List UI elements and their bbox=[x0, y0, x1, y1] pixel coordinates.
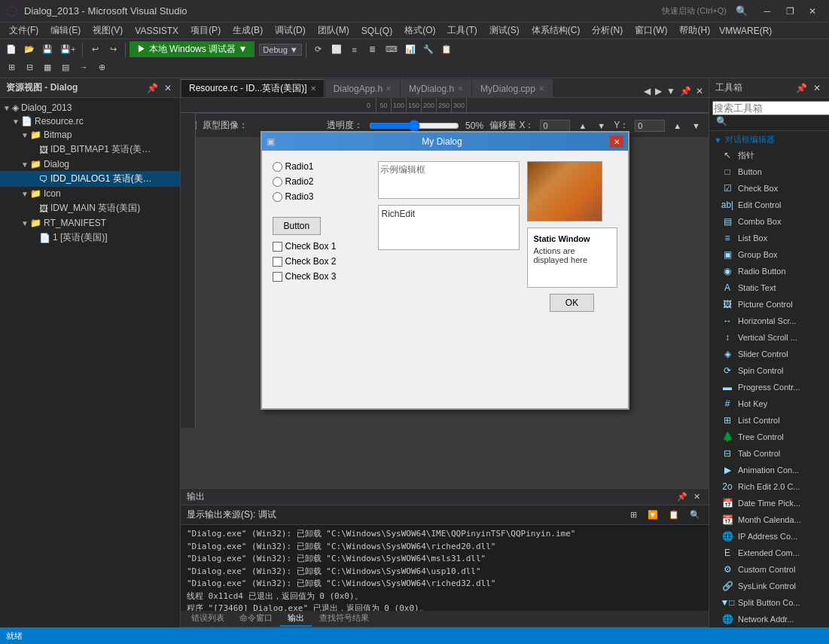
toolbox-item-month[interactable]: 📆 Month Calenda... bbox=[709, 511, 829, 528]
tab-close-2[interactable]: ✕ bbox=[457, 84, 463, 93]
toolbox-item-combo[interactable]: ▤ Combo Box bbox=[709, 213, 829, 230]
tree-item-manifest-folder[interactable]: ▼ 📁 RT_MANIFEST bbox=[0, 216, 180, 230]
toolbox-item-custom[interactable]: ⚙ Custom Control bbox=[709, 561, 829, 578]
run-button[interactable]: ▶ 本地 Windows 调试器 ▼ bbox=[130, 41, 254, 57]
tb-btn-2[interactable]: ⬜ bbox=[328, 41, 345, 58]
toolbox-item-syslink[interactable]: 🔗 SysLink Control bbox=[709, 578, 829, 594]
tree-item-dialog1[interactable]: 🗨 IDD_DIALOG1 英语(美… bbox=[0, 171, 180, 187]
toolbox-search-input[interactable] bbox=[712, 101, 829, 115]
menu-format[interactable]: 格式(O) bbox=[398, 23, 441, 38]
output-toolbar-btn-3[interactable]: 📋 bbox=[666, 509, 681, 520]
tb-btn-8[interactable]: 📋 bbox=[438, 41, 455, 58]
menu-analyze[interactable]: 分析(N) bbox=[586, 23, 629, 38]
toolbox-search-btn[interactable]: 🔍 bbox=[714, 115, 730, 127]
tree-item-resource-rc[interactable]: ▼ 📄 Resource.rc bbox=[0, 114, 180, 128]
dialog-button[interactable]: Button bbox=[273, 217, 322, 235]
tab-mydialog-cpp[interactable]: MyDialog.cpp ✕ bbox=[472, 79, 553, 97]
toolbox-item-button[interactable]: □ Button bbox=[709, 163, 829, 180]
ok-button[interactable]: OK bbox=[550, 294, 594, 312]
open-button[interactable]: 📂 bbox=[21, 41, 38, 58]
menu-debug[interactable]: 调试(D) bbox=[269, 23, 312, 38]
tab-dialogapp-h[interactable]: DialogApp.h ✕ bbox=[325, 79, 400, 97]
tree-item-bitmap1[interactable]: 🖼 IDB_BITMAP1 英语(美… bbox=[0, 142, 180, 157]
tree-item-icon-folder[interactable]: ▼ 📁 Icon bbox=[0, 187, 180, 200]
tb-btn-6[interactable]: 📊 bbox=[402, 41, 419, 58]
tb2-btn-6[interactable]: ⊕ bbox=[93, 59, 110, 75]
menu-view[interactable]: 视图(V) bbox=[87, 23, 129, 38]
menu-vassistx[interactable]: VASSISTX bbox=[129, 24, 184, 38]
toolbox-item-pointer[interactable]: ↖ 指针 bbox=[709, 147, 829, 163]
output-toolbar-btn-2[interactable]: 🔽 bbox=[645, 509, 660, 520]
toolbox-item-radio[interactable]: ◉ Radio Button bbox=[709, 263, 829, 279]
toolbox-item-hotkey[interactable]: # Hot Key bbox=[709, 395, 829, 412]
menu-team[interactable]: 团队(M) bbox=[312, 23, 355, 38]
checkbox-3[interactable]: Check Box 3 bbox=[273, 271, 370, 282]
restore-button[interactable]: ❐ bbox=[779, 1, 800, 22]
tab-mydialog-h[interactable]: MyDialog.h ✕ bbox=[401, 79, 471, 97]
save-all-button[interactable]: 💾+ bbox=[57, 41, 78, 58]
tree-item-dialog-folder[interactable]: ▼ 📁 Dialog bbox=[0, 157, 180, 171]
toolbox-item-tab[interactable]: ⊟ Tab Control bbox=[709, 445, 829, 462]
config-dropdown[interactable]: Debug ▼ bbox=[259, 44, 301, 56]
checkbox-1[interactable]: Check Box 1 bbox=[273, 241, 370, 252]
tab-resource-rc[interactable]: Resource.rc - ID...英语(美国)] ✕ bbox=[181, 79, 325, 97]
toolbox-item-edit[interactable]: ab| Edit Control bbox=[709, 197, 829, 213]
tree-item-manifest[interactable]: 📄 1 [英语(美国)] bbox=[0, 230, 180, 246]
output-close-button[interactable]: ✕ bbox=[691, 491, 703, 502]
tb2-btn-1[interactable]: ⊞ bbox=[3, 59, 20, 75]
tb-btn-7[interactable]: 🔧 bbox=[420, 41, 437, 58]
toolbox-item-extended[interactable]: E Extended Com... bbox=[709, 545, 829, 561]
tree-item-project[interactable]: ▼ ◈ Dialog_2013 bbox=[0, 101, 180, 114]
toolbox-item-static[interactable]: A Static Text bbox=[709, 279, 829, 296]
menu-arch[interactable]: 体系结构(C) bbox=[526, 23, 587, 38]
toolbox-item-checkbox[interactable]: ☑ Check Box bbox=[709, 180, 829, 197]
menu-test[interactable]: 测试(S) bbox=[483, 23, 526, 38]
toolbox-item-listbox[interactable]: ≡ List Box bbox=[709, 230, 829, 246]
toolbox-item-progress[interactable]: ▬ Progress Contr... bbox=[709, 379, 829, 395]
toolbox-item-tree[interactable]: 🌲 Tree Control bbox=[709, 429, 829, 445]
tb-btn-5[interactable]: ⌨ bbox=[382, 41, 401, 58]
tab-scroll-left[interactable]: ◀ bbox=[642, 85, 653, 97]
tb2-btn-5[interactable]: → bbox=[75, 59, 92, 75]
menu-file[interactable]: 文件(F) bbox=[3, 23, 44, 38]
radio-3[interactable]: Radio3 bbox=[273, 191, 370, 202]
bottom-tab-output[interactable]: 输出 bbox=[280, 611, 312, 627]
tab-close-3[interactable]: ✕ bbox=[538, 84, 544, 93]
toolbox-item-vscroll[interactable]: ↕ Vertical Scroll ... bbox=[709, 329, 829, 346]
toolbox-section-dialog[interactable]: ▼ 对话框编辑器 bbox=[709, 130, 829, 147]
toolbox-pin-button[interactable]: 📌 bbox=[794, 82, 809, 94]
tab-pin[interactable]: 📌 bbox=[678, 85, 693, 97]
toolbox-item-listctrl[interactable]: ⊞ List Control bbox=[709, 412, 829, 429]
menu-sql[interactable]: SQL(Q) bbox=[355, 24, 398, 38]
bottom-tab-cmd[interactable]: 命令窗口 bbox=[232, 611, 280, 627]
tree-item-bitmap[interactable]: ▼ 📁 Bitmap bbox=[0, 128, 180, 142]
output-toolbar-btn-4[interactable]: 🔍 bbox=[687, 509, 703, 520]
toolbox-item-datetime[interactable]: 📅 Date Time Pick... bbox=[709, 495, 829, 511]
new-button[interactable]: 📄 bbox=[3, 41, 20, 58]
panel-close[interactable]: ✕ bbox=[162, 82, 174, 94]
toolbox-item-richedit2[interactable]: 2o Rich Edit 2.0 C... bbox=[709, 478, 829, 495]
redo-button[interactable]: ↪ bbox=[105, 41, 121, 58]
tree-item-main-icon[interactable]: 🖼 IDW_MAIN 英语(美国) bbox=[0, 200, 180, 216]
radio-2[interactable]: Radio2 bbox=[273, 176, 370, 187]
menu-project[interactable]: 项目(P) bbox=[184, 23, 227, 38]
toolbox-item-ipaddress[interactable]: 🌐 IP Address Co... bbox=[709, 528, 829, 545]
richedit-control[interactable]: RichEdit bbox=[378, 205, 520, 250]
menu-vmware[interactable]: VMWARE(R) bbox=[716, 24, 775, 38]
tb2-btn-4[interactable]: ▤ bbox=[57, 59, 74, 75]
toolbox-item-splitbtn[interactable]: ▼□ Split Button Co... bbox=[709, 594, 829, 611]
pin-button[interactable]: 📌 bbox=[145, 82, 160, 94]
toolbox-item-picture[interactable]: 🖼 Picture Control bbox=[709, 296, 829, 313]
menu-build[interactable]: 生成(B) bbox=[227, 23, 269, 38]
tb2-btn-3[interactable]: ▦ bbox=[39, 59, 56, 75]
tb2-btn-2[interactable]: ⊟ bbox=[21, 59, 38, 75]
tb-btn-1[interactable]: ⟳ bbox=[310, 41, 327, 58]
toolbox-item-animation[interactable]: ▶ Animation Con... bbox=[709, 462, 829, 478]
tb-btn-4[interactable]: ≣ bbox=[364, 41, 381, 58]
toolbox-item-network[interactable]: 🌐 Network Addr... bbox=[709, 611, 829, 627]
radio-1[interactable]: Radio1 bbox=[273, 161, 370, 172]
menu-window[interactable]: 窗口(W) bbox=[629, 23, 673, 38]
save-button[interactable]: 💾 bbox=[39, 41, 56, 58]
tab-list[interactable]: ▼ bbox=[664, 85, 678, 97]
tab-scroll-right[interactable]: ▶ bbox=[653, 85, 664, 97]
